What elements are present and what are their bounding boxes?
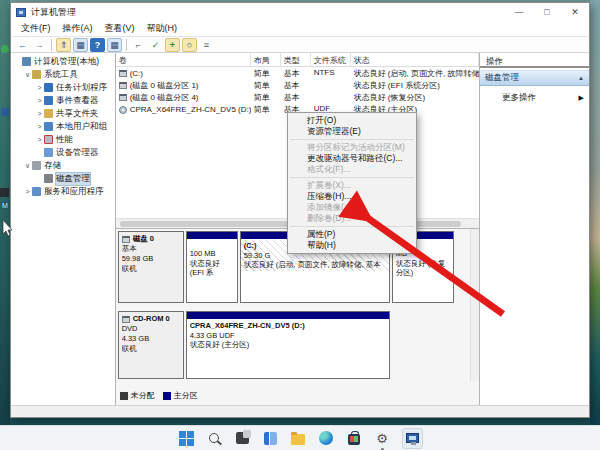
tree-item-performance[interactable]: > 性能 xyxy=(11,133,115,146)
tree-item-event-viewer[interactable]: > 事件查看器 xyxy=(11,94,115,107)
file-explorer-icon[interactable] xyxy=(290,430,307,447)
cdrom-row: CD-ROM 0 DVD 4.33 GB 联机 CPRA_X64FRE_ZH-C… xyxy=(118,311,477,379)
forward-icon[interactable]: → xyxy=(32,38,47,52)
menu-file[interactable]: 文件(F) xyxy=(15,22,57,35)
more-actions[interactable]: 更多操作 ▶ xyxy=(480,90,589,105)
menu-add-mirror: 添加镜像(A)... xyxy=(288,202,416,213)
partition-header xyxy=(187,312,389,320)
disk0-label-box[interactable]: 磁盘 0 基本 59.98 GB 联机 xyxy=(118,231,184,303)
minimize-button[interactable]: — xyxy=(505,3,533,21)
desktop-icon-2[interactable] xyxy=(1,108,9,116)
shared-folders-icon xyxy=(44,109,53,118)
menu-separator xyxy=(290,177,414,178)
tree-item-disk-management[interactable]: 磁盘管理 xyxy=(11,172,115,185)
performance-icon xyxy=(44,135,53,144)
col-type[interactable]: 类型 xyxy=(281,53,311,66)
desktop-wallpaper-right xyxy=(590,0,600,425)
storage-icon xyxy=(32,161,41,170)
drive-icon xyxy=(119,82,127,89)
menu-open[interactable]: 打开(O) xyxy=(288,115,416,126)
edge-icon[interactable] xyxy=(318,430,335,447)
device-manager-icon xyxy=(44,148,53,157)
widgets-icon[interactable] xyxy=(262,430,279,447)
app-icon xyxy=(16,8,26,17)
store-icon[interactable] xyxy=(346,430,363,447)
maximize-button[interactable]: □ xyxy=(533,3,561,21)
computer-management-taskbar-icon[interactable] xyxy=(402,428,423,449)
tree-item-system-tools[interactable]: ∨ 系统工具 xyxy=(11,68,115,81)
up-level-icon[interactable]: ⇑ xyxy=(56,38,71,52)
event-viewer-icon xyxy=(44,96,53,105)
menu-mark-active: 将分区标记为活动分区(M) xyxy=(288,142,416,153)
menu-view[interactable]: 查看(V) xyxy=(99,22,141,35)
col-status[interactable]: 状态 xyxy=(351,53,479,66)
tree-item-local-users-groups[interactable]: > 本地用户和组 xyxy=(11,120,115,133)
task-view-icon[interactable] xyxy=(234,430,251,447)
services-icon xyxy=(32,187,41,196)
partition-dvd-media[interactable]: CPRA_X64FRE_ZH-CN_DV5 (D:) 4.33 GB UDF 状… xyxy=(186,311,390,379)
find-icon[interactable]: ○ xyxy=(182,38,197,52)
system-tools-icon xyxy=(32,70,41,79)
collapse-icon[interactable]: ▲ xyxy=(578,75,584,81)
unallocated-color-swatch xyxy=(120,392,128,400)
menu-help[interactable]: 帮助(H) xyxy=(141,22,184,35)
actions-group-disk-management[interactable]: 磁盘管理 ▲ xyxy=(480,70,589,86)
tree-item-shared-folders[interactable]: > 共享文件夹 xyxy=(11,107,115,120)
submenu-arrow-icon: ▶ xyxy=(579,94,584,102)
menu-delete-volume: 删除卷(D)... xyxy=(288,213,416,224)
desktop-wallpaper-left xyxy=(0,0,10,425)
task-scheduler-icon xyxy=(44,83,53,92)
cdrom-label-box[interactable]: CD-ROM 0 DVD 4.33 GB 联机 xyxy=(118,311,184,379)
console-tree-icon[interactable]: ▦ xyxy=(73,38,88,52)
menu-separator xyxy=(290,226,414,227)
tree-item-computer-management[interactable]: 计算机管理(本地) xyxy=(11,55,115,68)
titlebar[interactable]: 计算机管理 — □ ✕ xyxy=(11,3,589,21)
volume-row-c[interactable]: (C:) 简单 基本 NTFS 状态良好 (启动, 页面文件, 故障转储, 基本… xyxy=(116,67,479,79)
tree-item-storage[interactable]: ∨ 存储 xyxy=(11,159,115,172)
check-document-icon[interactable]: ✓ xyxy=(148,38,163,52)
add-volume-icon[interactable]: + xyxy=(165,38,180,52)
tree-item-task-scheduler[interactable]: > 任务计划程序 xyxy=(11,81,115,94)
local-users-icon xyxy=(44,122,53,131)
col-layout[interactable]: 布局 xyxy=(251,53,281,66)
menu-explorer[interactable]: 资源管理器(E) xyxy=(288,126,416,137)
menu-change-drive-letter[interactable]: 更改驱动器号和路径(C)... xyxy=(288,153,416,164)
vertical-scrollbar[interactable] xyxy=(470,229,479,381)
menu-action[interactable]: 操作(A) xyxy=(57,22,99,35)
settings-icon[interactable]: ⚙ xyxy=(374,430,391,447)
col-filesystem[interactable]: 文件系统 xyxy=(311,53,351,66)
drive-icon xyxy=(119,94,127,101)
pointer-tool-icon[interactable]: ⌐ xyxy=(131,38,146,52)
menu-extend-volume: 扩展卷(X)... xyxy=(288,180,416,191)
actions-title: 操作 xyxy=(480,53,589,68)
volume-row-partition4[interactable]: (磁盘 0 磁盘分区 4) 简单 基本 状态良好 (恢复分区) xyxy=(116,91,479,103)
close-button[interactable]: ✕ xyxy=(561,3,589,21)
menu-properties[interactable]: 属性(P) xyxy=(288,229,416,240)
start-button[interactable] xyxy=(178,430,195,447)
menu-bar: 文件(F) 操作(A) 查看(V) 帮助(H) xyxy=(11,21,589,36)
back-icon[interactable]: ← xyxy=(15,38,30,52)
properties-window-icon[interactable]: ▦ xyxy=(107,38,122,52)
partition-efi[interactable]: 100 MB 状态良好 (EFI 系 xyxy=(186,231,238,303)
menu-shrink-volume[interactable]: 压缩卷(H)... xyxy=(288,191,416,202)
legend: 未分配 主分区 xyxy=(120,390,198,401)
details-list-icon[interactable]: ≡ xyxy=(199,38,214,52)
menu-format: 格式化(F)... xyxy=(288,164,416,175)
tree-item-services-applications[interactable]: > 服务和应用程序 xyxy=(11,185,115,198)
help-icon[interactable]: ? xyxy=(90,38,105,52)
toolbar-separator xyxy=(126,39,127,51)
desktop-icon-3[interactable] xyxy=(0,188,9,197)
drive-icon xyxy=(119,70,127,77)
window-title: 计算机管理 xyxy=(31,6,76,19)
cd-icon xyxy=(119,106,127,114)
search-icon[interactable] xyxy=(206,430,223,447)
partition-context-menu: 打开(O) 资源管理器(E) 将分区标记为活动分区(M) 更改驱动器号和路径(C… xyxy=(287,112,417,254)
status-bar xyxy=(11,405,589,417)
desktop-icon-1[interactable] xyxy=(1,45,9,53)
menu-help[interactable]: 帮助(H) xyxy=(288,240,416,251)
volume-row-partition1[interactable]: (磁盘 0 磁盘分区 1) 简单 基本 状态良好 (EFI 系统分区) xyxy=(116,79,479,91)
col-volume[interactable]: 卷 xyxy=(116,53,251,66)
taskbar: ⚙ xyxy=(0,425,600,450)
computer-icon xyxy=(22,57,31,66)
tree-item-device-manager[interactable]: 设备管理器 xyxy=(11,146,115,159)
